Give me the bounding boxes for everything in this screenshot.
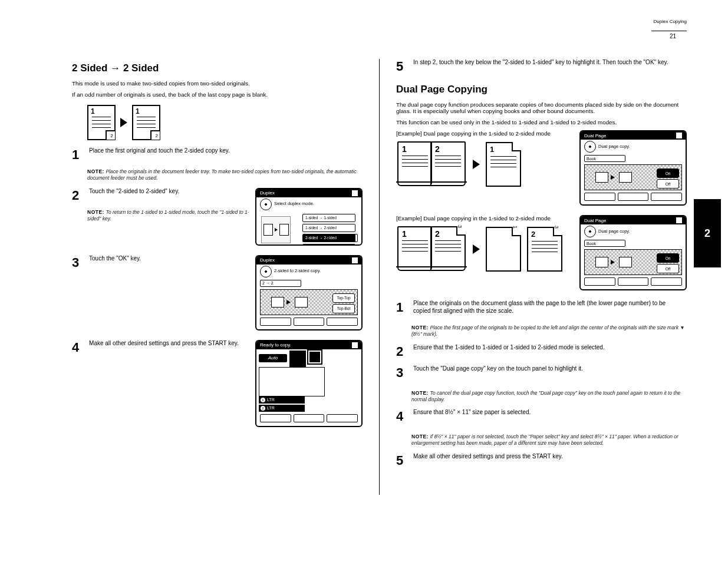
illus-duplex: 1 2 1 2 [87,105,363,140]
page-number: 21 [670,33,676,39]
r-step-2: Ensure that the 1-sided to 1-sided or 1-… [413,344,673,352]
close-icon [676,133,682,138]
dial-icon [584,141,596,153]
illus-out-b2: 2 3 [527,227,562,272]
dial-icon [260,199,272,210]
footer-btn-3[interactable] [327,414,358,422]
intro-2: If an odd number of originals is used, t… [72,91,363,98]
note-2: To return to the 1-sided to 1-sided mode… [87,209,249,222]
step-1-num: 1 [72,147,87,163]
note-1: Place the originals in the document feed… [87,168,357,181]
close-icon [352,257,358,263]
duplex-icon [289,351,306,367]
btn-off[interactable]: Off [657,179,679,189]
btn-on[interactable]: On [657,253,679,263]
note-tag: NOTE: [87,168,104,174]
column-left: 2 Sided → 2 Sided This mode is used to m… [72,59,363,530]
btn-topbot[interactable]: Top-Bot [332,304,355,313]
subbar: 2 → 2 [260,280,301,287]
footer-btn-1[interactable] [260,318,291,326]
close-icon [352,190,358,196]
footer-btn-2[interactable] [294,318,325,326]
r-step-5: Make all other desired settings and pres… [413,453,673,461]
step-2-text: Touch the "2-sided to 2-sided" key. [89,188,242,196]
r-step-3: Touch the "Dual page copy" key on the to… [413,365,673,373]
columns: 2 Sided → 2 Sided This mode is used to m… [72,59,687,530]
step-3-num: 3 [72,255,87,270]
lcd-panel-duplex-select: Duplex Select duplex mode. 1-sided → 1-s… [255,188,363,246]
step-5-num: 5 [396,59,411,74]
arrow-icon [120,118,127,127]
footer-btn-1[interactable] [260,414,291,422]
intro-1: This mode is used to make two-sided copi… [72,80,363,87]
step-4-text: Make all other desired settings and pres… [89,340,242,348]
illus-book-b: 1 2 3 1 2 [396,226,574,272]
footer-btn-2[interactable] [294,414,325,422]
arrow-icon [473,244,480,254]
r-step-4: Ensure that 8½" × 11" size paper is sele… [413,409,673,416]
btn-off[interactable]: Off [657,264,679,273]
tray-2[interactable]: 2 LTR [259,405,305,412]
shade-area: Top-Top Top-Bot [260,289,358,315]
step-2-num: 2 [72,188,87,203]
opt-1s1s[interactable]: 1-sided → 1-sided [302,214,355,222]
arrow-icon [473,160,480,169]
close-icon [676,217,682,223]
lcd-panel-dualpage-a: Dual Page Dual page copy. Book On Off [579,130,687,206]
lcd-panel-ready: Ready to copy. Auto 1 LTR 2 [255,340,363,427]
step-5-text: In step 2, touch the key below the "2-si… [413,59,673,67]
info-icon [352,342,358,348]
column-separator [379,59,380,495]
page: Duplex Copying 21 2 2 Sided → 2 Sided Th… [0,0,728,562]
header-caption: Duplex Copying [557,19,687,24]
illus-out-a: 1 [486,142,521,187]
illus-book-a: 1 2 1 [396,141,574,187]
header-rule [651,31,687,31]
dial-icon [584,226,596,237]
opt-2s1s[interactable]: 2-sided → 1-sided [302,244,355,246]
auto-chip[interactable]: Auto [259,354,287,362]
step-1-text: Place the first original and touch the 2… [89,147,242,155]
illus-page-src: 1 2 [87,105,116,140]
lcd-panel-2s2s: Duplex 2-sided to 2-sided copy. 2 → 2 To… [255,255,363,330]
illus-page-dst: 1 2 [132,105,160,140]
btn-toptop[interactable]: Top-Top [332,293,355,303]
column-right: 5 In step 2, touch the key below the "2-… [396,59,687,530]
btn-on[interactable]: On [657,168,679,178]
tray-1[interactable]: 1 LTR [259,396,305,404]
dial-icon [260,266,272,277]
illus-out-b1: 1 [486,227,521,272]
chapter-tab: 2 [694,199,721,267]
ok-button[interactable]: OK [328,234,358,242]
dual-req: This function can be used only in the 1-… [396,119,687,125]
orientation-icon [308,351,321,363]
opt-1s2s[interactable]: 1-sided → 2-sided [302,224,355,232]
heading-dualpage: Dual Page Copying [396,84,687,95]
heading-2s2s: 2 Sided → 2 Sided [72,62,363,74]
panel-graphic [261,216,291,243]
step-4-num: 4 [72,340,87,355]
step-3-text: Touch the "OK" key. [89,255,242,263]
r-step-1: Place the originals on the document glas… [413,300,673,315]
copier-icon [259,367,325,396]
lcd-panel-dualpage-b: Dual Page Dual page copy. Book On Off [579,215,687,290]
dual-intro: The dual page copy function produces sep… [396,101,687,114]
footer-btn-3[interactable] [327,318,358,326]
